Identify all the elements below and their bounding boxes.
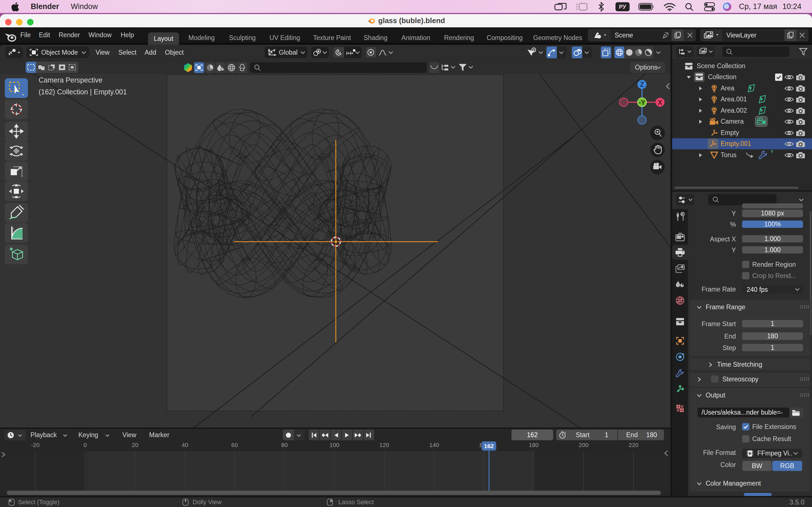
svg-text:-Y: -Y bbox=[639, 99, 645, 106]
svg-text:Z: Z bbox=[640, 80, 644, 88]
svg-text:X: X bbox=[658, 99, 662, 106]
